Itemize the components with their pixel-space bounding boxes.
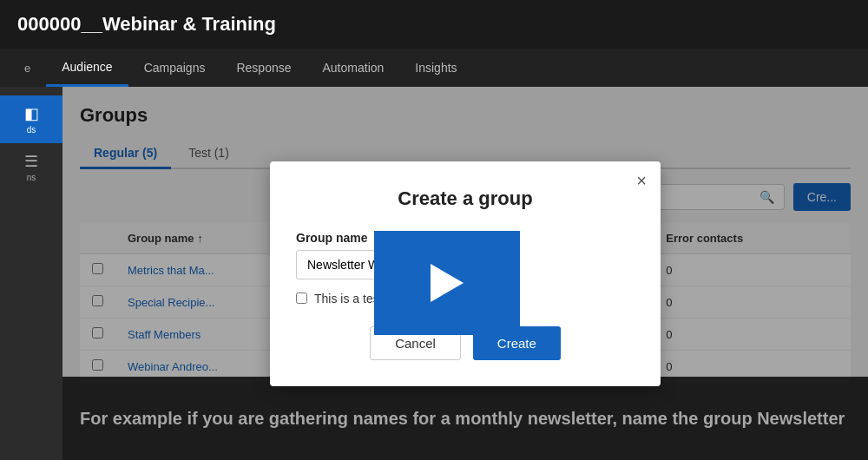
app-title: 000000__Webinar & Training xyxy=(17,13,276,36)
nav-item-response[interactable]: Response xyxy=(220,49,306,87)
test-group-checkbox[interactable] xyxy=(296,292,307,304)
audience-icon: ◧ xyxy=(4,104,58,123)
nav-item-campaigns[interactable]: Campaigns xyxy=(128,49,221,87)
content-panel: Groups Regular (5) Test (1) 🔍 Cre... xyxy=(62,87,868,460)
list-icon: ☰ xyxy=(4,152,58,171)
app-header: 000000__Webinar & Training xyxy=(0,0,868,49)
nav-item-audience[interactable]: Audience xyxy=(46,49,128,87)
modal-title: Create a group xyxy=(296,187,635,210)
sidebar-item-lists[interactable]: ☰ ns xyxy=(0,143,62,191)
main-content: ◧ ds ☰ ns Groups Regular (5) Test (1) 🔍 xyxy=(0,87,868,460)
nav-item-insights[interactable]: Insights xyxy=(399,49,472,87)
modal-overlay: × Create a group Group name This is a te… xyxy=(62,87,868,460)
create-group-modal: × Create a group Group name This is a te… xyxy=(270,161,661,386)
video-overlay[interactable] xyxy=(374,231,520,335)
play-button-icon xyxy=(431,264,464,302)
sidebar-item-audience[interactable]: ◧ ds xyxy=(0,95,62,143)
nav-item-home[interactable]: e xyxy=(9,49,46,87)
nav-item-automation[interactable]: Automation xyxy=(307,49,400,87)
modal-close-button[interactable]: × xyxy=(636,172,647,189)
main-nav: e Audience Campaigns Response Automation… xyxy=(0,49,868,87)
sidebar: ◧ ds ☰ ns xyxy=(0,87,62,460)
